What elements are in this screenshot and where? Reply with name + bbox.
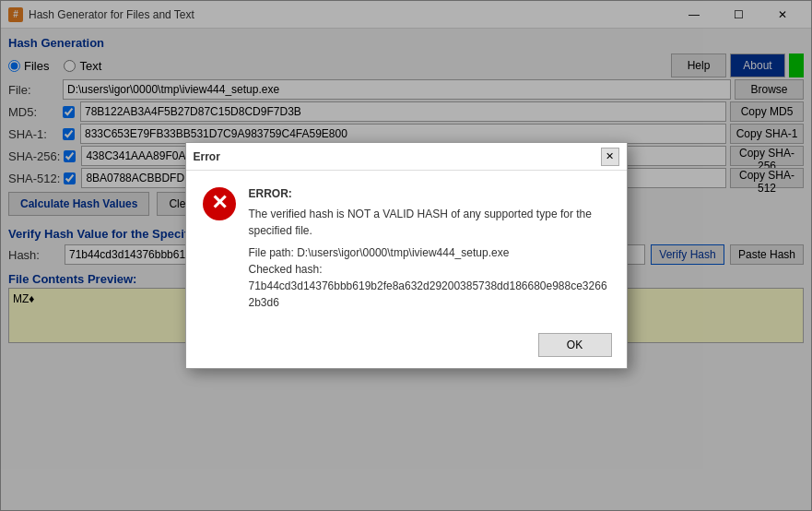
- modal-error-title: ERROR:: [249, 185, 612, 202]
- modal-error-message: The verified hash is NOT a VALID HASH of…: [249, 206, 612, 239]
- modal-close-button[interactable]: ✕: [601, 148, 619, 166]
- modal-body: ✕ ERROR: The verified hash is NOT a VALI…: [186, 171, 627, 326]
- modal-checked-hash: Checked hash:: [249, 261, 612, 278]
- svg-text:✕: ✕: [211, 191, 228, 214]
- ok-button[interactable]: OK: [538, 333, 612, 357]
- error-icon: ✕: [201, 185, 238, 222]
- error-modal: Error ✕ ✕ ERROR: The verified hash is NO…: [185, 142, 628, 369]
- modal-overlay: Error ✕ ✕ ERROR: The verified hash is NO…: [0, 0, 812, 511]
- modal-footer: OK: [186, 326, 627, 368]
- modal-text: ERROR: The verified hash is NOT a VALID …: [249, 185, 612, 311]
- modal-file-path-label: File path: D:\users\igor\0000\tmp\iview4…: [249, 244, 612, 261]
- modal-title-bar: Error ✕: [186, 143, 627, 171]
- modal-checked-hash-value: 71b44cd3d14376bbb619b2fe8a632d2920038573…: [249, 278, 612, 311]
- modal-title: Error: [194, 150, 601, 163]
